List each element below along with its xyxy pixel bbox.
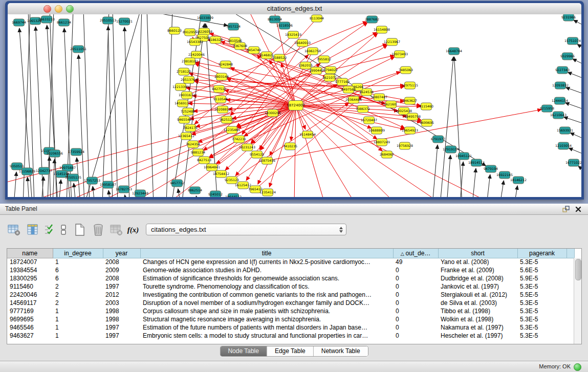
graph-node[interactable]: 20511051 bbox=[70, 46, 86, 53]
table-row[interactable]: 977716911998Corpus callosum shape and si… bbox=[7, 307, 574, 315]
graph-node[interactable]: 10973493 bbox=[391, 51, 408, 58]
network-canvas[interactable]: 1872400786601238912955182260589827508165… bbox=[8, 14, 581, 197]
table-row[interactable]: 1938455462009Genome-wide association stu… bbox=[7, 266, 574, 274]
graph-node[interactable]: 16648784 bbox=[446, 48, 462, 55]
graph-node[interactable]: 20208812 bbox=[214, 106, 231, 113]
graph-node[interactable]: 9554123 bbox=[250, 151, 264, 158]
graph-node[interactable]: 18807249 bbox=[374, 139, 390, 146]
graph-node[interactable]: 9479194 bbox=[484, 165, 498, 172]
graph-node[interactable]: 1990449 bbox=[309, 67, 323, 74]
graph-node[interactable]: 12093832 bbox=[552, 82, 569, 89]
graph-node[interactable]: 9146821 bbox=[259, 52, 274, 59]
select-all-rows-icon[interactable] bbox=[44, 223, 54, 237]
graph-node[interactable]: 10964841 bbox=[204, 164, 220, 171]
graph-node[interactable]: 7955812 bbox=[317, 56, 331, 63]
graph-node[interactable]: 9881234 bbox=[191, 149, 205, 156]
graph-edge[interactable] bbox=[569, 148, 581, 155]
function-builder-icon[interactable]: f(x) bbox=[128, 223, 138, 237]
graph-node[interactable]: 7986372 bbox=[356, 105, 370, 113]
graph-node[interactable]: 2718120 bbox=[177, 68, 191, 75]
graph-node[interactable]: 8427512 bbox=[212, 85, 226, 93]
graph-node[interactable]: 17957253 bbox=[84, 177, 100, 184]
graph-node[interactable]: 8661234 bbox=[57, 19, 71, 26]
graph-node[interactable]: 9115460 bbox=[419, 103, 433, 110]
graph-edge[interactable] bbox=[212, 63, 320, 167]
graph-edge[interactable] bbox=[74, 183, 76, 197]
scrollbar-thumb[interactable] bbox=[575, 259, 581, 280]
graph-node[interactable]: 10807487 bbox=[371, 94, 387, 101]
graph-edge[interactable] bbox=[570, 133, 581, 140]
new-table-icon[interactable] bbox=[73, 223, 87, 237]
graph-edge[interactable] bbox=[166, 14, 172, 197]
column-header-title[interactable]: title bbox=[140, 249, 393, 258]
show-columns-icon[interactable] bbox=[26, 223, 40, 237]
tab-edge-table[interactable]: Edge Table bbox=[267, 346, 314, 356]
minimize-window-button[interactable] bbox=[55, 5, 62, 13]
graph-node[interactable]: 8660123 bbox=[167, 27, 182, 34]
graph-edge[interactable] bbox=[113, 14, 118, 197]
graph-node[interactable]: 7485063 bbox=[399, 67, 413, 74]
graph-node[interactable]: 17359924 bbox=[68, 148, 84, 156]
graph-edge[interactable] bbox=[294, 105, 296, 197]
graph-node[interactable]: 7824175 bbox=[183, 124, 198, 132]
table-row[interactable]: 1456911722003Disruption of a novel membe… bbox=[7, 299, 574, 307]
graph-edge[interactable] bbox=[574, 20, 581, 27]
network-window-titlebar[interactable]: citations_edges.txt bbox=[8, 3, 581, 15]
graph-node[interactable]: 16961758 bbox=[304, 48, 321, 55]
graph-node[interactable]: 16210643 bbox=[550, 112, 567, 119]
graph-node[interactable]: 16154808 bbox=[374, 26, 390, 33]
graph-node[interactable]: 12444154 bbox=[552, 97, 568, 104]
graph-node[interactable]: 12975115 bbox=[402, 82, 418, 89]
column-header-name[interactable]: name bbox=[7, 249, 53, 258]
graph-edge[interactable] bbox=[565, 87, 581, 95]
graph-node[interactable]: 2887682 bbox=[365, 16, 379, 23]
graph-node[interactable]: 12213967 bbox=[384, 38, 400, 46]
graph-node[interactable]: 7742231 bbox=[232, 136, 246, 143]
table-row[interactable]: 1872400712008Changes of HCN gene express… bbox=[7, 258, 574, 266]
memory-status-dot[interactable] bbox=[574, 363, 581, 371]
graph-node[interactable]: 18325419 bbox=[285, 31, 301, 38]
table-row[interactable]: 1830029562008Estimation of significance … bbox=[7, 274, 574, 282]
close-window-button[interactable] bbox=[43, 5, 51, 13]
graph-node[interactable]: 8113044 bbox=[310, 15, 324, 22]
column-header-year[interactable]: year bbox=[103, 249, 140, 258]
graph-edge[interactable] bbox=[125, 195, 126, 197]
graph-node[interactable]: 9242848 bbox=[219, 61, 233, 68]
table-settings-icon[interactable] bbox=[7, 223, 21, 237]
graph-edge[interactable] bbox=[147, 14, 154, 197]
table-row[interactable]: 911546021997Tourette syndrome. Phenomeno… bbox=[7, 282, 574, 291]
graph-node[interactable]: 8186328 bbox=[208, 36, 223, 43]
graph-node[interactable]: 9227343 bbox=[555, 67, 570, 74]
graph-edge[interactable] bbox=[573, 59, 581, 65]
graph-node[interactable]: 12923448 bbox=[132, 190, 148, 197]
column-header-short[interactable]: short bbox=[438, 249, 517, 258]
graph-edge[interactable] bbox=[447, 155, 450, 197]
table-row[interactable]: 946554611997Estimation of the future num… bbox=[7, 323, 574, 332]
graph-edge[interactable] bbox=[500, 181, 504, 197]
table-row[interactable]: 969969511998Structural magnetic resonanc… bbox=[7, 315, 574, 323]
graph-edge[interactable] bbox=[577, 44, 581, 50]
graph-edge[interactable] bbox=[296, 105, 325, 197]
graph-node[interactable]: 1362015 bbox=[298, 62, 313, 69]
graph-node[interactable]: 8454749 bbox=[247, 47, 261, 54]
graph-node[interactable]: 8215958 bbox=[540, 105, 554, 112]
vertical-scrollbar[interactable] bbox=[574, 258, 581, 344]
graph-node[interactable]: 20510513 bbox=[100, 17, 116, 24]
graph-edge[interactable] bbox=[130, 105, 296, 197]
graph-node[interactable]: 18724007 bbox=[287, 101, 305, 111]
graph-edge[interactable] bbox=[108, 190, 110, 197]
graph-node[interactable]: 16771022 bbox=[565, 159, 581, 166]
graph-node[interactable]: 15751074 bbox=[564, 37, 581, 45]
graph-node[interactable]: 9231966 bbox=[561, 14, 576, 21]
graph-edge[interactable] bbox=[108, 26, 113, 197]
graph-edge[interactable] bbox=[53, 159, 55, 197]
graph-node[interactable]: 9463627 bbox=[403, 97, 417, 104]
graph-edge[interactable] bbox=[568, 72, 581, 79]
table-selector-dropdown[interactable]: citations_edges.txt bbox=[146, 224, 346, 235]
graph-edge[interactable] bbox=[124, 27, 129, 197]
graph-node[interactable]: 1621072 bbox=[322, 74, 337, 81]
graph-node[interactable]: 15148454 bbox=[299, 131, 316, 138]
graph-edge[interactable] bbox=[578, 166, 581, 172]
graph-node[interactable]: 19958187 bbox=[100, 181, 116, 188]
graph-edge[interactable] bbox=[93, 186, 95, 197]
